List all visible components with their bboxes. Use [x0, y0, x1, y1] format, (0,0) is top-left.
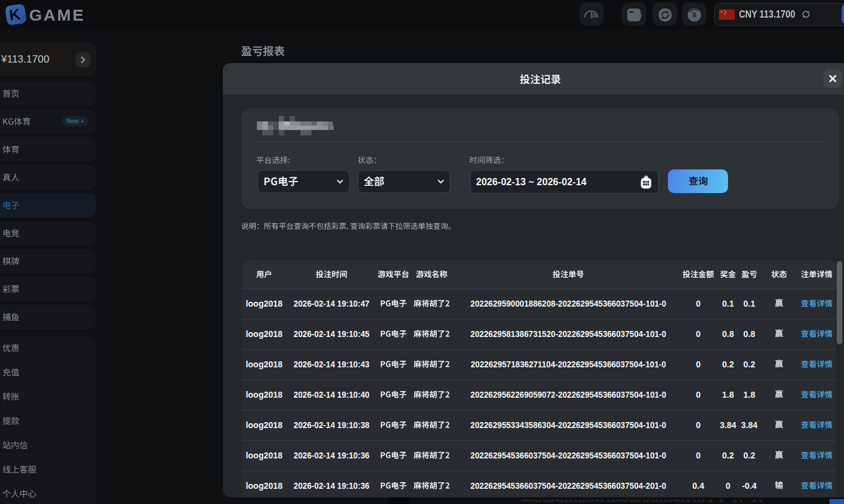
svg-text:¥: ¥: [692, 11, 696, 19]
